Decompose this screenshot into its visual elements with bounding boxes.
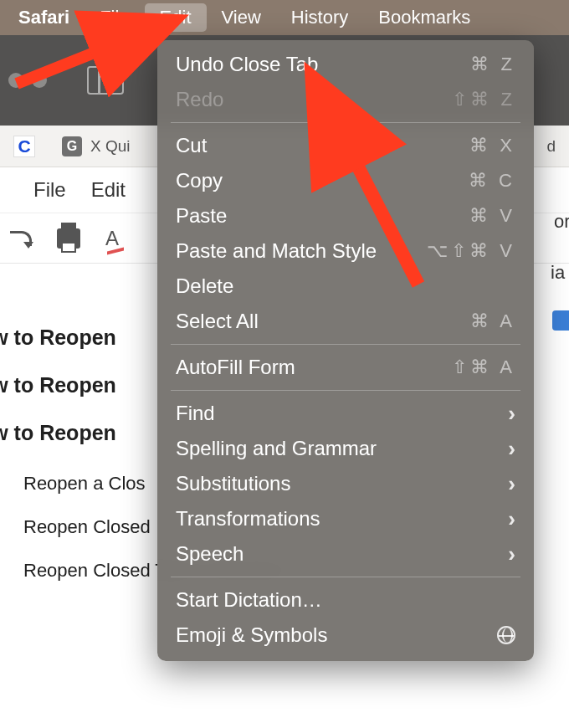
font-underline-icon[interactable]: A — [105, 227, 119, 250]
chevron-right-icon: › — [508, 402, 515, 424]
menu-shortcut: ⌘ A — [470, 310, 515, 332]
print-icon[interactable] — [57, 228, 80, 249]
menu-item[interactable]: Transformations› — [157, 501, 534, 536]
chevron-right-icon: › — [508, 473, 515, 495]
menubar-edit[interactable]: Edit — [145, 3, 207, 32]
browser-tab[interactable]: G X Qui — [49, 126, 144, 167]
menu-item-label: Undo Close Tab — [176, 53, 318, 76]
traffic-light-dimmed[interactable] — [8, 73, 23, 88]
menu-item-label: Delete — [176, 274, 233, 298]
tab-title: X Qui — [90, 137, 131, 156]
menu-item[interactable]: Paste and Match Style⌥⇧⌘ V — [157, 233, 534, 269]
menu-item[interactable]: Paste⌘ V — [157, 198, 534, 233]
menu-separator — [171, 344, 520, 345]
truncated-text: or — [554, 211, 569, 233]
menu-item[interactable]: AutoFill Form⇧⌘ A — [157, 350, 534, 385]
menu-shortcut: ⌘ V — [469, 205, 515, 227]
tab-title: d — [546, 137, 556, 156]
menu-item-label: Transformations — [176, 507, 320, 531]
menu-item[interactable]: Delete — [157, 269, 534, 304]
traffic-light-dimmed[interactable] — [32, 73, 47, 88]
system-menubar: Safari File Edit View History Bookmarks — [0, 0, 569, 35]
truncated-text: ia — [551, 262, 569, 284]
favicon-icon: C — [13, 136, 35, 157]
menu-item-label: Find — [176, 402, 215, 425]
doc-menu-file[interactable]: File — [33, 178, 66, 202]
menu-item-label: AutoFill Form — [176, 356, 295, 379]
menu-separator — [171, 577, 520, 577]
menu-item[interactable]: Select All⌘ A — [157, 304, 534, 339]
menu-item[interactable]: Speech› — [157, 536, 534, 572]
menubar-bookmarks[interactable]: Bookmarks — [363, 3, 485, 32]
menu-item-label: Speech — [176, 542, 243, 566]
menu-item-label: Paste — [176, 204, 227, 228]
edit-menu-dropdown: Undo Close Tab⌘ ZRedo⇧⌘ ZCut⌘ XCopy⌘ CPa… — [157, 40, 534, 661]
menu-item-label: Cut — [176, 134, 207, 157]
menu-separator — [171, 390, 520, 391]
globe-icon — [497, 626, 515, 644]
menu-item[interactable]: Undo Close Tab⌘ Z — [157, 47, 534, 82]
menu-item-label: Spelling and Grammar — [176, 437, 377, 460]
chevron-right-icon: › — [508, 508, 515, 530]
menu-shortcut: ⇧⌘ A — [452, 356, 515, 378]
menu-item-label: Paste and Match Style — [176, 239, 377, 263]
menu-item-label: Substitutions — [176, 472, 290, 495]
menu-shortcut: ⌥⇧⌘ V — [427, 240, 515, 262]
menu-item[interactable]: Emoji & Symbols — [157, 618, 534, 653]
menu-item-label: Select All — [176, 310, 259, 333]
menu-shortcut: ⌘ Z — [470, 54, 515, 75]
menu-item-label: Start Dictation… — [176, 588, 322, 612]
menu-shortcut: ⇧⌘ Z — [452, 89, 515, 110]
menu-separator — [171, 122, 520, 123]
menu-item-label: Copy — [176, 169, 223, 192]
menu-shortcut: ⌘ C — [469, 170, 515, 192]
menu-item[interactable]: Substitutions› — [157, 466, 534, 501]
menu-item[interactable]: Cut⌘ X — [157, 128, 534, 163]
menu-item[interactable]: Start Dictation… — [157, 582, 534, 618]
menu-item[interactable]: Find› — [157, 396, 534, 431]
menubar-file[interactable]: File — [85, 3, 144, 32]
doc-menu-edit[interactable]: Edit — [91, 178, 126, 202]
sidebar-toggle-icon[interactable] — [87, 66, 124, 95]
menu-item-label: Emoji & Symbols — [176, 623, 327, 647]
menubar-history[interactable]: History — [276, 3, 363, 32]
favicon-icon: G — [62, 136, 82, 156]
menubar-app[interactable]: Safari — [3, 3, 85, 32]
side-panel-handle[interactable] — [552, 310, 569, 331]
menubar-view[interactable]: View — [207, 3, 276, 32]
chevron-right-icon: › — [508, 438, 515, 459]
browser-tab[interactable]: C — [0, 126, 49, 167]
menu-item: Redo⇧⌘ Z — [157, 82, 534, 117]
menu-item[interactable]: Spelling and Grammar› — [157, 431, 534, 466]
browser-tab-cut[interactable]: d — [533, 126, 569, 167]
chevron-right-icon: › — [508, 543, 515, 565]
redo-icon[interactable] — [10, 231, 32, 246]
menu-item[interactable]: Copy⌘ C — [157, 163, 534, 198]
menu-item-label: Redo — [176, 88, 223, 111]
menu-shortcut: ⌘ X — [469, 135, 515, 156]
